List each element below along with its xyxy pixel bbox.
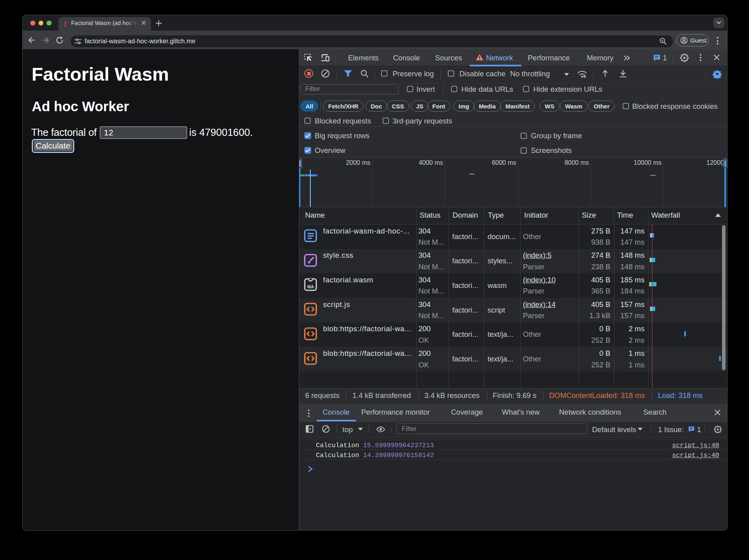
svg-text:WA: WA bbox=[307, 284, 314, 289]
